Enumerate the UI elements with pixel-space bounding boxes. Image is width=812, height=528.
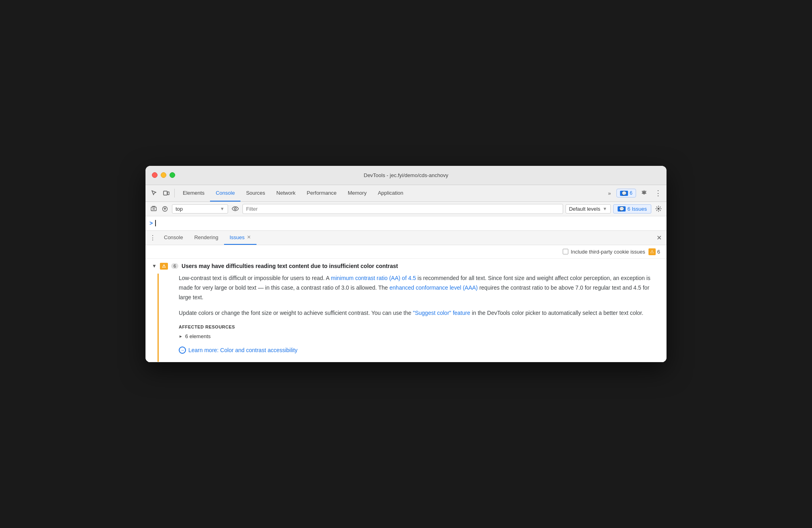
tab-console-bottom[interactable]: Console <box>158 230 189 245</box>
context-selector[interactable]: top ▼ <box>172 204 228 214</box>
issue-description-1: Low-contrast text is difficult or imposs… <box>179 274 660 302</box>
device-toolbar-icon[interactable] <box>161 187 172 199</box>
svg-rect-1 <box>168 192 169 195</box>
learn-more-icon: → <box>179 347 186 354</box>
issues-header-bar: Include third-party cookie issues ⚠ 6 <box>145 245 667 259</box>
link-aaa-conformance[interactable]: enhanced conformance level (AAA) <box>390 284 478 291</box>
tab-application[interactable]: Application <box>372 185 409 202</box>
svg-point-5 <box>658 208 660 210</box>
link-suggest-color[interactable]: "Suggest color" feature <box>413 310 470 316</box>
issue-title: Users may have difficulties reading text… <box>182 263 398 269</box>
issues-badge-icon: 💬 <box>620 191 628 196</box>
close-button[interactable] <box>152 172 158 178</box>
issues-content: Include third-party cookie issues ⚠ 6 ▼ … <box>145 245 667 362</box>
tab-performance[interactable]: Performance <box>301 185 342 202</box>
eye-icon[interactable] <box>230 204 240 214</box>
maximize-button[interactable] <box>170 172 175 178</box>
traffic-lights <box>152 172 175 178</box>
console-input-area[interactable]: > <box>145 216 667 231</box>
console-left-icons <box>149 204 170 214</box>
svg-point-4 <box>234 208 236 210</box>
include-third-party-container: Include third-party cookie issues <box>563 249 645 255</box>
tab-issues-bottom[interactable]: Issues ✕ <box>224 230 257 245</box>
context-dropdown-arrow: ▼ <box>220 206 224 211</box>
console-toolbar: top ▼ Default levels ▼ 💬 6 Issues <box>145 202 667 216</box>
tab-rendering-bottom[interactable]: Rendering <box>189 230 224 245</box>
filter-icon[interactable] <box>160 204 170 214</box>
toolbar-separator-1 <box>174 189 175 197</box>
clear-console-icon[interactable] <box>149 204 158 214</box>
elements-expand-arrow: ► <box>179 334 183 339</box>
tab-sources[interactable]: Sources <box>240 185 271 202</box>
bottom-tabs-menu[interactable]: ⋮ <box>149 234 157 242</box>
tab-issues-close[interactable]: ✕ <box>247 234 251 240</box>
tab-network[interactable]: Network <box>271 185 301 202</box>
learn-more[interactable]: → Learn more: Color and contrast accessi… <box>179 347 660 354</box>
warning-count-badge: ⚠ 6 <box>648 248 660 255</box>
console-cursor <box>155 220 156 226</box>
learn-more-link[interactable]: Learn more: Color and contrast accessibi… <box>188 347 297 353</box>
issue-header[interactable]: ▼ ⚠ 6 Users may have difficulties readin… <box>145 259 667 274</box>
link-aa-contrast[interactable]: minimum contrast ratio (AA) of 4.5 <box>331 275 416 281</box>
affected-resources-label: AFFECTED RESOURCES <box>179 324 660 329</box>
more-options-icon[interactable]: ⋮ <box>652 187 663 199</box>
close-bottom-panel[interactable]: ✕ <box>655 234 663 242</box>
main-tab-nav: Elements Console Sources Network Perform… <box>177 185 604 202</box>
tab-elements[interactable]: Elements <box>177 185 210 202</box>
warning-icon: ⚠ <box>648 248 656 255</box>
svg-rect-0 <box>164 191 167 195</box>
issue-group-contrast: ▼ ⚠ 6 Users may have difficulties readin… <box>145 259 667 362</box>
affected-elements[interactable]: ► 6 elements <box>179 333 660 340</box>
tab-memory[interactable]: Memory <box>342 185 372 202</box>
tab-console[interactable]: Console <box>210 185 240 202</box>
issue-chevron-icon: ▼ <box>152 263 157 269</box>
console-prompt: > <box>149 220 153 226</box>
bottom-panel: ⋮ Console Rendering Issues ✕ ✕ Include t… <box>145 231 667 362</box>
titlebar: DevTools - jec.fyi/demo/cds-anchovy <box>145 166 667 185</box>
issues-badge[interactable]: 💬 6 <box>616 189 636 197</box>
issue-description-2: Update colors or change the font size or… <box>179 308 660 318</box>
minimize-button[interactable] <box>161 172 166 178</box>
issue-count: 6 <box>171 263 178 269</box>
filter-input[interactable] <box>242 204 563 214</box>
levels-dropdown-arrow: ▼ <box>603 206 607 211</box>
devtools-window: DevTools - jec.fyi/demo/cds-anchovy Elem… <box>145 166 667 362</box>
issues-icon: 💬 <box>618 206 626 212</box>
more-tabs-button[interactable]: » <box>605 185 614 202</box>
inspect-icon[interactable] <box>149 187 160 199</box>
issue-warning-icon: ⚠ <box>160 263 168 270</box>
toolbar-right: » 💬 6 ⋮ <box>605 185 663 202</box>
settings-icon[interactable] <box>638 187 650 199</box>
levels-selector[interactable]: Default levels ▼ <box>566 204 611 214</box>
issue-body: Low-contrast text is difficult or imposs… <box>158 274 667 362</box>
issues-toolbar-button[interactable]: 💬 6 Issues <box>613 204 651 214</box>
window-title: DevTools - jec.fyi/demo/cds-anchovy <box>364 172 448 178</box>
console-settings-icon[interactable] <box>654 204 663 214</box>
devtools-toolbar: Elements Console Sources Network Perform… <box>145 185 667 202</box>
include-third-party-checkbox[interactable] <box>563 249 568 254</box>
bottom-tabs: ⋮ Console Rendering Issues ✕ ✕ <box>145 231 667 245</box>
